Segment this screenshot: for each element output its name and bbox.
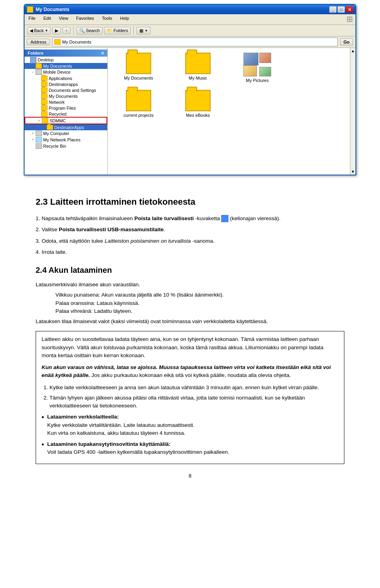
sidebar-item-my-computer[interactable]: + My Computer	[25, 130, 107, 137]
docs-settings-label: Documents and Settings	[49, 88, 96, 93]
page-content: 2.3 Laitteen irrottaminen tietokoneesta …	[20, 179, 360, 495]
step-4-num: 4.	[36, 248, 40, 256]
search-button[interactable]: 🔍 Search	[76, 27, 103, 34]
my-documents-expand: −	[30, 64, 36, 68]
program-files-label: Program Files	[49, 106, 76, 110]
bullet-dot-2: •	[42, 440, 44, 450]
sidebar: Folders ✕ Desktop − My Documents − Mobil…	[25, 48, 108, 175]
bullet-heading-1: Lataaminen verkkolaitteella:	[47, 414, 119, 420]
menu-view[interactable]: View	[57, 15, 70, 24]
menu-help[interactable]: Help	[118, 15, 131, 24]
sidebar-item-destinatorapps[interactable]: Destinatorapps	[25, 81, 107, 87]
my-music-large-icon	[185, 53, 211, 74]
my-documents-sub-label: My Documents	[49, 94, 78, 99]
step-1-num: 1.	[36, 215, 40, 223]
sidebar-item-recycle-bin[interactable]: Recycle Bin	[25, 143, 107, 149]
normal-text1: Jos akku purkautuu kokonaan eikä sitä vo…	[90, 372, 291, 378]
explorer-window: My Documents _ □ ✕ File Edit View Favori…	[24, 4, 356, 175]
latausmerkkivalo-text: Latausmerkkivalo ilmaisee akun varaustil…	[36, 281, 344, 289]
scroll-up-button[interactable]: ▲	[350, 48, 356, 54]
sidebar-item-my-documents-sub[interactable]: My Documents	[25, 93, 107, 99]
close-button[interactable]: ✕	[346, 6, 353, 13]
sidebar-item-my-network-places[interactable]: + My Network Places	[25, 137, 107, 143]
network-places-label: My Network Places	[43, 137, 80, 142]
sidebar-close-icon[interactable]: ✕	[101, 51, 104, 55]
sidebar-item-destinatorapps2[interactable]: DestinatorApps	[25, 124, 107, 130]
views-dropdown-icon[interactable]: ▼	[144, 29, 148, 32]
back-arrow-icon: ◀	[30, 28, 33, 33]
search-label: Search	[86, 28, 100, 33]
address-input[interactable]: My Documents	[52, 38, 337, 46]
current-projects-large-icon	[126, 90, 151, 111]
sidebar-item-mobile-device[interactable]: − Mobile Device	[25, 69, 107, 75]
title-bar-left: My Documents	[27, 6, 69, 13]
applications-label: Applications	[49, 76, 72, 81]
sdmmc-folder-icon	[42, 118, 48, 123]
file-item-current-projects[interactable]: current projects	[111, 88, 166, 119]
maximize-button[interactable]: □	[338, 6, 345, 13]
ordered-item-1: Kytke laite verkkolaitteeseen ja anna se…	[49, 384, 338, 392]
step-2: 2. Valitse Poista turvallisesti USB-mass…	[36, 226, 344, 234]
scroll-down-button[interactable]: ▼	[350, 169, 356, 175]
docs-settings-folder-icon	[41, 88, 48, 93]
bullet-list: • Lataaminen verkkolaitteella: Kytke ver…	[42, 413, 338, 456]
folders-button[interactable]: 📁 Folders	[104, 27, 131, 34]
pic-thumb-2	[259, 53, 271, 63]
step-3-text: Odota, että näyttöön tulee Laitteiston p…	[42, 237, 215, 245]
toolbar-separator-1	[73, 26, 74, 35]
sidebar-header: Folders ✕	[25, 49, 107, 57]
sdmmc-expand: +	[36, 119, 42, 123]
indicator-bullet-2: Palaa oranssina: Lataus käynnissä.	[55, 299, 344, 307]
file-item-mes-ebooks[interactable]: Mes eBooks	[170, 88, 226, 119]
sidebar-item-applications[interactable]: Applications	[25, 75, 107, 81]
destinatorapps-folder-icon	[41, 82, 48, 87]
notice-box: Laitteen akku on suositeltavaa ladata tä…	[36, 331, 344, 464]
sidebar-item-docs-settings[interactable]: Documents and Settings	[25, 87, 107, 93]
sidebar-item-desktop[interactable]: Desktop	[25, 57, 107, 63]
forward-arrow-icon: ▶	[55, 28, 58, 33]
address-folder-icon	[54, 39, 61, 45]
indicator-bullet-1: Vilkkuu punaisena: Akun varausta jäljell…	[55, 291, 344, 299]
main-pane: My Documents My Music My Pictures	[108, 48, 350, 175]
file-item-my-documents[interactable]: My Documents	[111, 51, 166, 84]
up-button[interactable]: ↑	[63, 27, 70, 34]
my-computer-icon	[36, 131, 42, 136]
bullet-text-2: Voit ladata GPS 400 -laitteen kytkemällä…	[47, 449, 229, 455]
back-dropdown-icon[interactable]: ▼	[45, 29, 48, 32]
sidebar-item-recycled[interactable]: Recycled	[25, 111, 107, 117]
go-button[interactable]: Go	[340, 38, 353, 46]
sidebar-item-sdmmc[interactable]: + SDMMC	[25, 117, 107, 124]
menu-favorites[interactable]: Favorites	[74, 15, 95, 24]
destinatorapps-label: Destinatorapps	[49, 82, 78, 87]
sidebar-title: Folders	[28, 51, 44, 55]
toolbar: ◀ Back ▼ ▶ ↑ 🔍 Search 📁 Folders ▦ ▼	[25, 25, 355, 36]
windows-flag-icon: ⊞	[346, 14, 353, 24]
menu-file[interactable]: File	[27, 15, 37, 24]
my-documents-folder-icon	[36, 63, 42, 69]
my-computer-label: My Computer	[43, 131, 69, 136]
usb-safe-remove-icon	[221, 215, 228, 222]
latauksen-text: Latauksen tilaa ilmaisevat valot (kaksi …	[36, 318, 344, 325]
forward-button[interactable]: ▶	[52, 27, 61, 34]
menu-tools[interactable]: Tools	[101, 15, 114, 24]
menu-edit[interactable]: Edit	[42, 15, 53, 24]
menu-bar: File Edit View Favorites Tools Help ⊞	[25, 14, 355, 25]
pic-thumb-1	[243, 53, 258, 65]
file-item-my-pictures[interactable]: My Pictures	[230, 51, 285, 84]
sidebar-item-my-documents[interactable]: − My Documents	[25, 63, 107, 69]
sidebar-item-network[interactable]: Network	[25, 99, 107, 105]
back-button[interactable]: ◀ Back ▼	[27, 27, 51, 34]
bullet-content-1: Lataaminen verkkolaitteella: Kytke verkk…	[47, 413, 194, 437]
mes-ebooks-large-icon	[185, 90, 211, 111]
my-computer-expand: +	[30, 131, 36, 135]
window-title: My Documents	[36, 7, 69, 12]
mobile-device-icon	[36, 69, 42, 75]
views-button[interactable]: ▦ ▼	[137, 27, 150, 34]
notice-text: Laitteen akku on suositeltavaa ladata tä…	[42, 335, 338, 360]
sidebar-item-program-files[interactable]: Program Files	[25, 105, 107, 111]
desktop-icon	[30, 57, 36, 63]
vertical-scrollbar[interactable]: ▲ ▼	[350, 48, 355, 175]
my-documents-label: My Documents	[43, 64, 72, 69]
file-item-my-music[interactable]: My Music	[170, 51, 226, 84]
minimize-button[interactable]: _	[329, 6, 336, 13]
